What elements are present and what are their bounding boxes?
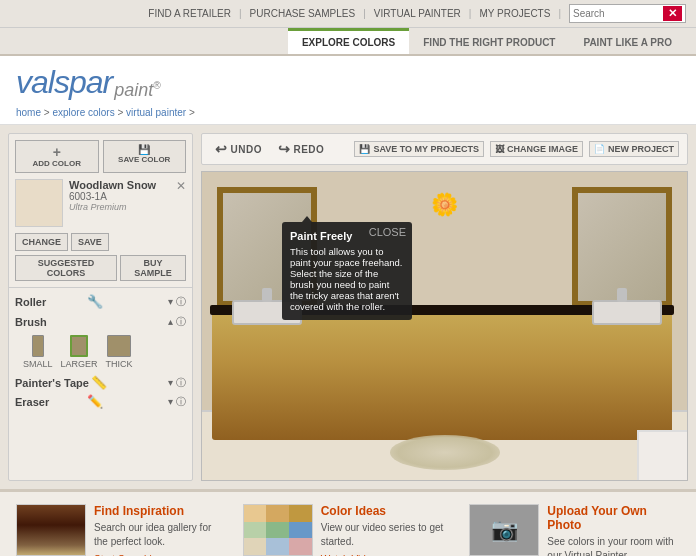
upload-photo-card: 📷 Upload Your Own Photo See colors in yo… [469,504,680,556]
color-ideas-desc: View our video series to get started. [321,521,454,549]
tape-icon: 📏 [91,375,107,390]
virtual-painter-link[interactable]: VIRTUAL PAINTER [374,8,461,19]
swatch-info: Woodlawn Snow 6003-1A Ultra Premium [69,179,156,212]
inspiration-thumbnail [16,504,86,556]
change-color-button[interactable]: CHANGE [15,233,68,251]
new-project-button[interactable]: 📄 NEW PROJECT [589,141,679,157]
swatch-preview [15,179,63,227]
eraser-row: Eraser ✏️ ▾ ⓘ [15,394,186,409]
flower-vase: 🌼 [431,192,458,218]
roller-icon: 🔧 [87,294,103,309]
add-color-button[interactable]: + ADD COLOR [15,140,99,173]
bathroom-scene: 🌼 [202,172,687,480]
top-nav: FIND A RETAILER | PURCHASE SAMPLES | VIR… [0,0,696,28]
swatch-name: Woodlawn Snow [69,179,156,191]
swatch-code: 6003-1A [69,191,156,202]
buy-sample-button[interactable]: BUY SAMPLE [120,255,186,281]
color-ideas-card: Color Ideas View our video series to get… [243,504,454,556]
change-image-icon: 🖼 [495,144,504,154]
save-color-button[interactable]: 💾 SAVE COLOR [103,140,187,173]
bathtub [637,430,687,480]
tape-expand[interactable]: ▾ ⓘ [168,376,186,390]
floor-mat [390,435,500,470]
brush-expand[interactable]: ▴ ⓘ [168,315,186,329]
main-area: + ADD COLOR 💾 SAVE COLOR Woodlawn Snow 6… [0,125,696,489]
inspiration-title: Find Inspiration [94,504,227,518]
breadcrumb-explore[interactable]: explore colors [52,107,114,118]
right-panel: ↩ UNDO ↪ REDO 💾 SAVE TO MY PROJECTS 🖼 CH… [201,133,688,481]
painters-tape-row: Painter's Tape 📏 ▾ ⓘ [15,375,186,390]
breadcrumb-virtual[interactable]: virtual painter [126,107,186,118]
redo-button[interactable]: ↪ REDO [273,138,329,160]
breadcrumb-home[interactable]: home [16,107,41,118]
toolbar: ↩ UNDO ↪ REDO 💾 SAVE TO MY PROJECTS 🖼 CH… [201,133,688,165]
close-swatch-button[interactable]: ✕ [176,179,186,193]
left-panel: + ADD COLOR 💾 SAVE COLOR Woodlawn Snow 6… [8,133,193,481]
eraser-icon: ✏️ [87,394,103,409]
swatch-type: Ultra Premium [69,202,156,212]
breadcrumb: home > explore colors > virtual painter … [0,105,696,125]
redo-icon: ↪ [278,141,291,157]
upload-photo-title: Upload Your Own Photo [547,504,680,532]
paint-freely-tooltip: CLOSE Paint Freely This tool allows you … [282,222,412,320]
inspiration-desc: Search our idea gallery for the perfect … [94,521,227,549]
save-projects-button[interactable]: 💾 SAVE TO MY PROJECTS [354,141,484,157]
brush-row: Brush ▴ ⓘ [15,315,186,329]
logo-main: valspar [16,64,112,101]
eraser-label: Eraser [15,396,85,408]
roller-row: Roller 🔧 ▾ ⓘ [15,294,186,309]
color-ideas-thumbnail [243,504,313,556]
upload-photo-thumbnail: 📷 [469,504,539,556]
faucet-right [617,288,627,302]
tape-label: Painter's Tape [15,377,89,389]
change-image-button[interactable]: 🖼 CHANGE IMAGE [490,141,583,157]
save-icon: 💾 [359,144,370,154]
inspiration-text: Find Inspiration Search our idea gallery… [94,504,227,556]
inspiration-card: Find Inspiration Search our idea gallery… [16,504,227,556]
new-project-icon: 📄 [594,144,605,154]
second-nav: EXPLORE COLORS FIND THE RIGHT PRODUCT PA… [0,28,696,56]
my-projects-link[interactable]: MY PROJECTS [479,8,550,19]
search-input[interactable] [573,8,663,19]
logo-sub: paint® [114,80,160,101]
color-ideas-title: Color Ideas [321,504,454,518]
tooltip-close-button[interactable]: CLOSE [369,226,406,238]
search-button[interactable]: ✕ [663,6,682,21]
swatch-action-btns: CHANGE SAVE [15,233,186,251]
eraser-expand[interactable]: ▾ ⓘ [168,395,186,409]
color-area: + ADD COLOR 💾 SAVE COLOR Woodlawn Snow 6… [9,134,192,287]
bottom-section: Find Inspiration Search our idea gallery… [0,489,696,556]
upload-photo-text: Upload Your Own Photo See colors in your… [547,504,680,556]
suggested-row: SUGGESTED COLORS BUY SAMPLE [15,255,186,281]
brush-small[interactable]: SMALL [23,335,53,369]
faucet-left [262,288,272,302]
painter-image[interactable]: 🌼 CLOSE Paint Freely This tool allows yo… [201,171,688,481]
header: valspar paint® [0,56,696,105]
roller-label: Roller [15,296,85,308]
tab-find-product[interactable]: FIND THE RIGHT PRODUCT [409,28,569,54]
search-box: ✕ [569,4,686,23]
tooltip-body: This tool allows you to paint your space… [290,246,404,312]
brush-thick[interactable]: THICK [106,335,133,369]
suggested-colors-button[interactable]: SUGGESTED COLORS [15,255,117,281]
tab-paint-pro[interactable]: PAINT LIKE A PRO [569,28,686,54]
brush-sizes: SMALL LARGER THICK [23,335,186,369]
brush-label: Brush [15,316,85,328]
camera-icon: 📷 [491,517,518,543]
vanity-cabinet [212,310,672,440]
color-ideas-text: Color Ideas View our video series to get… [321,504,454,556]
undo-icon: ↩ [215,141,228,157]
undo-button[interactable]: ↩ UNDO [210,138,267,160]
add-save-row: + ADD COLOR 💾 SAVE COLOR [15,140,186,173]
roller-expand[interactable]: ▾ ⓘ [168,295,186,309]
save-sample-button[interactable]: SAVE [71,233,109,251]
tab-explore-colors[interactable]: EXPLORE COLORS [288,28,409,54]
sink-right [592,300,662,325]
purchase-samples-link[interactable]: PURCHASE SAMPLES [250,8,356,19]
color-swatch: Woodlawn Snow 6003-1A Ultra Premium ✕ [15,179,186,227]
upload-photo-desc: See colors in your room with our Virtual… [547,535,680,556]
brush-larger[interactable]: LARGER [61,335,98,369]
painter-image-wrapper: 🌼 CLOSE Paint Freely This tool allows yo… [201,171,688,481]
brush-section: Brush ▴ ⓘ SMALL LARGER THICK [15,315,186,369]
find-retailer-link[interactable]: FIND A RETAILER [148,8,231,19]
